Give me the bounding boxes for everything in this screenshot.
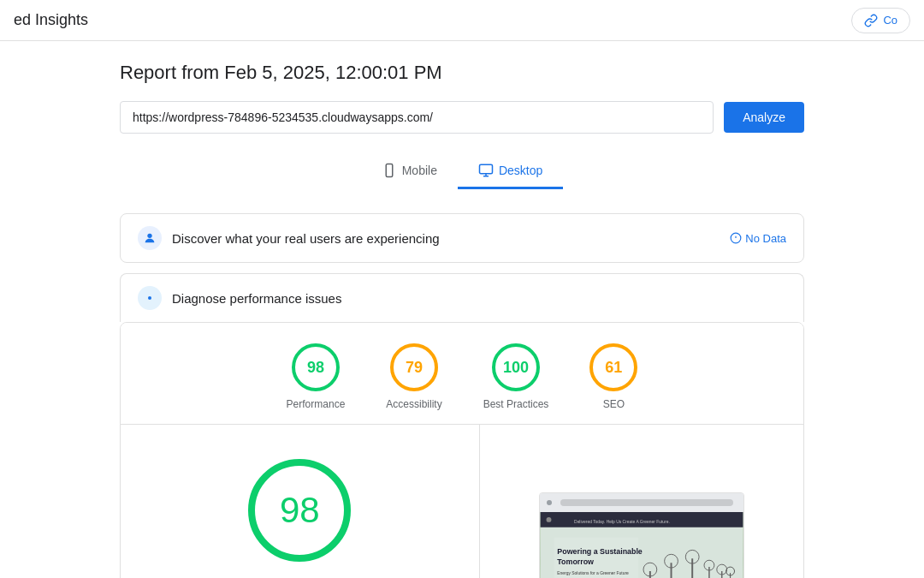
score-best-practices[interactable]: 100 Best Practices	[483, 343, 549, 410]
diagnose-left: Diagnose performance issues	[138, 286, 341, 310]
mobile-icon	[382, 163, 397, 178]
big-score-circle: 98	[248, 459, 351, 562]
analyze-button[interactable]: Analyze	[724, 102, 804, 133]
score-accessibility[interactable]: 79 Accessibility	[386, 343, 441, 410]
scores-top: 98 Performance 79 Accessibility 100 Best…	[121, 323, 803, 425]
real-users-icon	[138, 226, 162, 250]
score-label-accessibility: Accessibility	[386, 398, 441, 410]
real-users-left: Discover what your real users are experi…	[138, 226, 440, 250]
svg-text:Powering a Sustainable: Powering a Sustainable	[557, 547, 643, 556]
report-date: Report from Feb 5, 2025, 12:00:01 PM	[120, 62, 804, 84]
main-content: Report from Feb 5, 2025, 12:00:01 PM htt…	[51, 41, 873, 578]
screenshot-content: Delivered Today. Help Us Create A Greene…	[540, 512, 743, 578]
svg-rect-2	[479, 164, 492, 174]
score-detail: 98 Performance Values are estimated and …	[121, 425, 803, 578]
svg-point-9	[148, 296, 151, 300]
score-label-best-practices: Best Practices	[483, 398, 549, 410]
score-detail-left: 98 Performance Values are estimated and …	[121, 425, 480, 578]
svg-text:Tomorrow: Tomorrow	[557, 557, 594, 566]
score-performance[interactable]: 98 Performance	[287, 343, 346, 410]
tab-desktop[interactable]: Desktop	[458, 154, 563, 189]
tab-desktop-label: Desktop	[499, 164, 542, 177]
link-icon	[864, 14, 878, 27]
screenshot-svg: Delivered Today. Help Us Create A Greene…	[540, 512, 743, 578]
svg-point-5	[147, 234, 151, 238]
tabs-row: Mobile Desktop	[120, 154, 804, 189]
real-users-section: Discover what your real users are experi…	[120, 213, 804, 263]
screenshot: Delivered Today. Help Us Create A Greene…	[539, 492, 744, 578]
info-icon	[730, 232, 742, 244]
svg-point-13	[546, 517, 551, 522]
tab-mobile[interactable]: Mobile	[361, 154, 458, 189]
url-input[interactable]: https://wordpress-784896-5234535.cloudwa…	[120, 101, 714, 134]
score-circle-seo: 61	[589, 343, 637, 391]
desktop-icon	[478, 163, 494, 178]
url-bar-row: https://wordpress-784896-5234535.cloudwa…	[120, 101, 804, 134]
score-circle-best-practices: 100	[492, 343, 540, 391]
diagnose-section: Diagnose performance issues	[120, 273, 804, 322]
real-users-title: Discover what your real users are experi…	[172, 231, 440, 246]
no-data-link[interactable]: No Data	[730, 232, 786, 245]
connect-button[interactable]: Co	[851, 8, 910, 33]
header: ed Insights Co	[0, 0, 924, 41]
score-label-seo: SEO	[603, 398, 625, 410]
diagnose-title: Diagnose performance issues	[172, 291, 341, 306]
svg-text:Energy Solutions for a Greener: Energy Solutions for a Greener Future	[557, 571, 629, 575]
no-data-label: No Data	[745, 232, 786, 245]
diagnose-icon	[138, 286, 162, 310]
screenshot-topbar	[540, 493, 743, 512]
score-detail-right: Delivered Today. Help Us Create A Greene…	[480, 425, 804, 578]
score-circle-performance: 98	[292, 343, 340, 391]
scores-card: 98 Performance 79 Accessibility 100 Best…	[120, 322, 804, 578]
svg-text:Delivered Today. Help Us Creat: Delivered Today. Help Us Create A Greene…	[574, 520, 670, 524]
tab-mobile-label: Mobile	[402, 164, 437, 177]
score-label-performance: Performance	[287, 398, 346, 410]
score-circle-accessibility: 79	[390, 343, 438, 391]
connect-label: Co	[883, 14, 897, 27]
score-seo[interactable]: 61 SEO	[589, 343, 637, 410]
screenshot-dot-1	[547, 500, 552, 505]
screenshot-url-bar	[560, 499, 733, 506]
app-title: ed Insights	[14, 11, 88, 29]
